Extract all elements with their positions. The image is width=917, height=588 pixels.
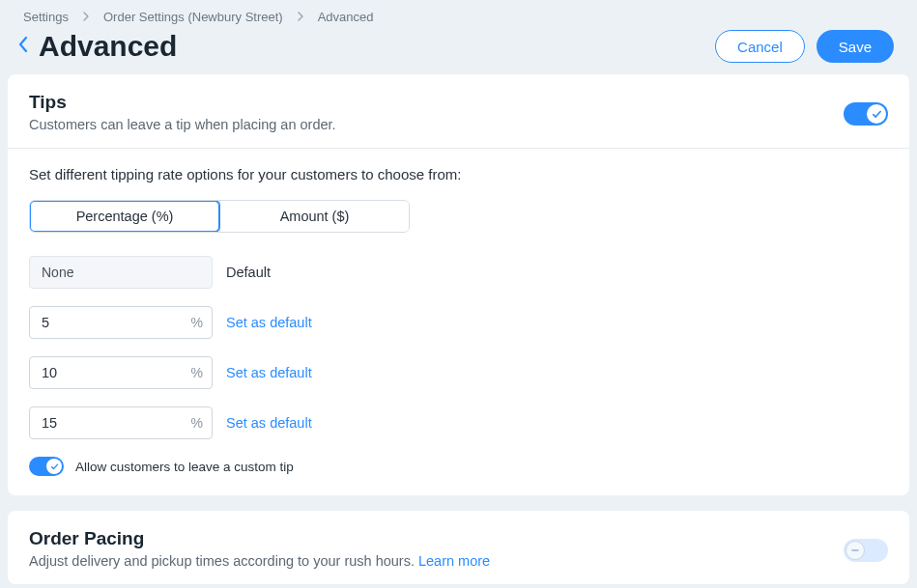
pacing-toggle[interactable]	[844, 539, 888, 562]
breadcrumb-advanced[interactable]: Advanced	[318, 10, 374, 24]
minus-icon	[845, 541, 865, 560]
tips-subtitle: Customers can leave a tip when placing a…	[29, 117, 844, 132]
allow-custom-toggle[interactable]	[29, 457, 64, 476]
chevron-right-icon	[297, 10, 304, 24]
cancel-button[interactable]: Cancel	[715, 30, 805, 63]
tip-option-input-2[interactable]	[29, 356, 213, 389]
page-header: Advanced Cancel Save	[0, 30, 917, 74]
breadcrumb: Settings Order Settings (Newbury Street)…	[0, 0, 917, 30]
pacing-card-header: Order Pacing Adjust delivery and pickup …	[8, 511, 909, 584]
tip-option-input-3[interactable]	[29, 406, 213, 439]
save-button[interactable]: Save	[817, 30, 894, 63]
tip-default-label: Default	[226, 265, 271, 280]
tip-row: % Set as default	[29, 356, 888, 389]
back-button[interactable]	[10, 32, 37, 61]
tab-amount[interactable]: Amount ($)	[219, 201, 409, 232]
breadcrumb-order-settings[interactable]: Order Settings (Newbury Street)	[103, 10, 283, 24]
tip-none-box: None	[29, 256, 213, 289]
tips-card: Tips Customers can leave a tip when plac…	[8, 74, 909, 495]
pacing-subtitle-text: Adjust delivery and pickup times accordi…	[29, 553, 418, 569]
set-default-link[interactable]: Set as default	[226, 365, 312, 380]
pacing-subtitle: Adjust delivery and pickup times accordi…	[29, 553, 844, 569]
chevron-right-icon	[82, 10, 90, 24]
tip-option-input-1[interactable]	[29, 306, 213, 339]
tip-row: % Set as default	[29, 406, 888, 439]
tips-title: Tips	[29, 92, 844, 113]
set-default-link[interactable]: Set as default	[226, 415, 312, 431]
tip-type-segmented: Percentage (%) Amount ($)	[29, 200, 410, 233]
allow-custom-row: Allow customers to leave a custom tip	[29, 457, 888, 476]
pacing-title: Order Pacing	[29, 528, 844, 549]
allow-custom-label: Allow customers to leave a custom tip	[75, 460, 294, 474]
breadcrumb-settings[interactable]: Settings	[23, 10, 69, 24]
tips-card-body: Set different tipping rate options for y…	[8, 149, 909, 495]
tips-toggle[interactable]	[844, 102, 888, 126]
tips-prompt: Set different tipping rate options for y…	[29, 166, 888, 182]
tip-row-none: None Default	[29, 256, 888, 289]
set-default-link[interactable]: Set as default	[226, 315, 312, 330]
tab-percentage[interactable]: Percentage (%)	[30, 201, 219, 232]
check-icon	[46, 459, 62, 474]
page-title: Advanced	[39, 30, 177, 63]
pacing-card: Order Pacing Adjust delivery and pickup …	[8, 511, 909, 584]
tip-row: % Set as default	[29, 306, 888, 339]
check-icon	[867, 104, 886, 124]
tips-card-header: Tips Customers can leave a tip when plac…	[8, 74, 909, 149]
learn-more-link[interactable]: Learn more	[418, 553, 490, 569]
